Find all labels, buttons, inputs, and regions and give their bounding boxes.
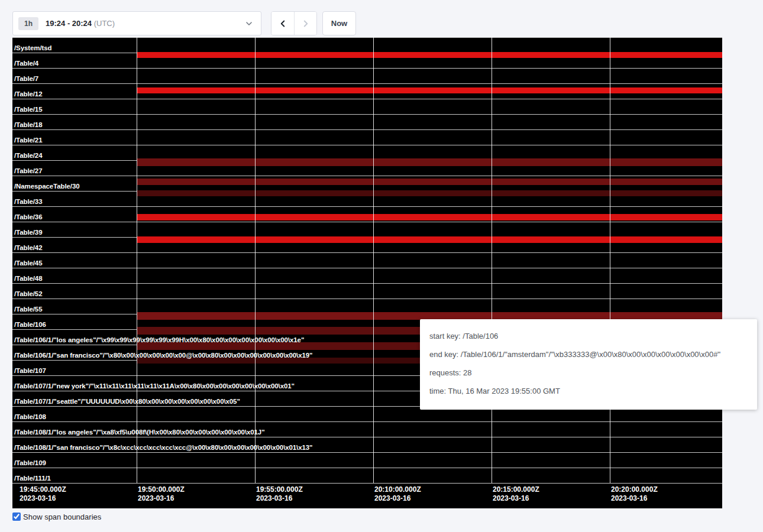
span-boundary-line [12,283,722,284]
span-key-label: /Table/108 [14,413,46,421]
span-boundary-line [12,483,722,484]
activity-band [137,236,722,243]
span-boundary-line [12,421,722,422]
tick-time: 19:45:00.000Z [20,485,66,494]
span-key-label: /Table/107/1/"new york"/"\x11\x11\x11\x1… [14,382,295,390]
tooltip-time: time: Thu, 16 Mar 2023 19:55:00 GMT [429,386,748,397]
span-key-label: /Table/42 [14,244,42,252]
time-nav-group [271,11,317,35]
tick-time: 20:10:00.000Z [374,485,421,494]
x-axis: 19:45:00.000Z2023-03-1619:50:00.000Z2023… [12,485,722,508]
tooltip-end-key: end key: /Table/106/1/"amsterdam"/"\xb33… [429,349,748,360]
span-key-label: /Table/36 [14,213,42,221]
axis-tick: 19:45:00.000Z2023-03-16 [20,485,66,503]
time-range-selector[interactable]: 1h 19:24 - 20:24 (UTC) [12,11,261,35]
span-boundary-line [12,252,722,253]
span-boundary-line [12,129,722,130]
duration-badge: 1h [18,17,38,30]
span-boundary-line [12,437,722,437]
axis-tick: 20:15:00.000Z2023-03-16 [493,485,539,503]
span-boundary-line [12,299,722,299]
axis-tick: 19:50:00.000Z2023-03-16 [138,485,185,503]
footer: Show span boundaries [12,512,101,521]
span-key-label: /Table/55 [14,306,42,313]
chevron-down-icon [244,19,254,28]
tick-time: 19:55:00.000Z [256,485,303,494]
span-key-label: /Table/106/1/"san francisco"/"\x80\x00\x… [14,352,312,359]
span-key-label: /Table/107 [14,367,46,375]
span-key-label: /Table/45 [14,259,42,267]
timezone-label: (UTC) [94,19,115,28]
time-gridline [610,37,610,483]
tick-date: 2023-03-16 [20,494,66,503]
span-key-label: /Table/48 [14,275,42,283]
time-gridline [255,37,256,483]
span-boundary-line [12,37,722,38]
tick-date: 2023-03-16 [611,494,658,503]
axis-tick: 20:20:00.000Z2023-03-16 [611,485,658,503]
span-key-label: /Table/108/1/"san francisco"/"\x8c\xcc\x… [14,444,312,452]
span-key-label: /Table/106 [14,321,46,329]
span-key-label: /Table/108/1/"los angeles"/"\xa8\xf5\u00… [14,429,265,436]
activity-band [137,179,722,185]
activity-band [137,327,421,335]
activity-band [137,214,722,220]
span-key-label: /Table/18 [14,121,42,129]
axis-tick: 20:10:00.000Z2023-03-16 [374,485,421,503]
activity-band [137,52,722,58]
next-button[interactable] [294,12,316,35]
tick-time: 20:20:00.000Z [611,485,658,494]
tick-date: 2023-03-16 [493,494,539,503]
span-boundary-line [12,452,722,453]
tick-date: 2023-03-16 [138,494,185,503]
time-gridline [137,37,137,483]
span-key-label: /Table/109 [14,459,46,467]
time-range-text: 19:24 - 20:24 (UTC) [46,19,115,28]
span-key-label: /Table/12 [14,90,42,98]
span-boundary-line [12,68,722,69]
time-range-value: 19:24 - 20:24 [46,19,92,28]
time-gridline [492,37,492,483]
span-key-label: /Table/27 [14,167,42,175]
prev-button[interactable] [271,12,294,35]
span-boundary-line [12,176,722,176]
tick-date: 2023-03-16 [256,494,303,503]
span-key-label: /NamespaceTable/30 [14,183,80,190]
activity-band [137,87,722,93]
tick-time: 20:15:00.000Z [493,485,539,494]
span-boundary-line [12,468,722,468]
span-key-label: /Table/4 [14,60,38,67]
span-key-label: /Table/24 [14,152,42,160]
chevron-left-icon [277,18,288,29]
tooltip-requests: requests: 28 [429,368,748,378]
tick-time: 19:50:00.000Z [138,485,185,494]
span-key-label: /Table/15 [14,106,42,113]
span-boundary-line [12,268,722,268]
show-span-boundaries-label: Show span boundaries [23,512,101,521]
tooltip-start-key: start key: /Table/106 [429,331,748,342]
span-boundary-line [12,222,722,222]
activity-band [137,158,722,166]
span-key-label: /Table/111/1 [14,475,51,482]
span-key-label: /System/tsd [14,44,51,52]
span-key-label: /Table/33 [14,198,42,206]
axis-tick: 19:55:00.000Z2023-03-16 [256,485,303,503]
span-boundary-line [12,114,722,115]
now-button[interactable]: Now [322,11,356,35]
activity-band [137,190,722,196]
span-key-label: /Table/107/1/"seattle"/"UUUUUUD\x00\x80\… [14,398,240,406]
show-span-boundaries-checkbox[interactable] [12,512,21,521]
key-visualizer-canvas[interactable]: /System/tsd/Table/4/Table/7/Table/12/Tab… [12,37,722,508]
plot-area: /System/tsd/Table/4/Table/7/Table/12/Tab… [12,37,722,483]
span-key-label: /Table/7 [14,75,38,83]
hover-tooltip: start key: /Table/106 end key: /Table/10… [420,319,757,410]
span-boundary-line [12,206,722,207]
span-key-label: /Table/39 [14,229,42,236]
span-boundary-line [12,99,722,99]
span-boundary-line [12,83,722,84]
span-key-label: /Table/21 [14,137,42,144]
span-boundary-line [12,145,722,145]
chevron-right-icon [300,18,311,29]
tick-date: 2023-03-16 [374,494,421,503]
time-gridline [373,37,374,483]
